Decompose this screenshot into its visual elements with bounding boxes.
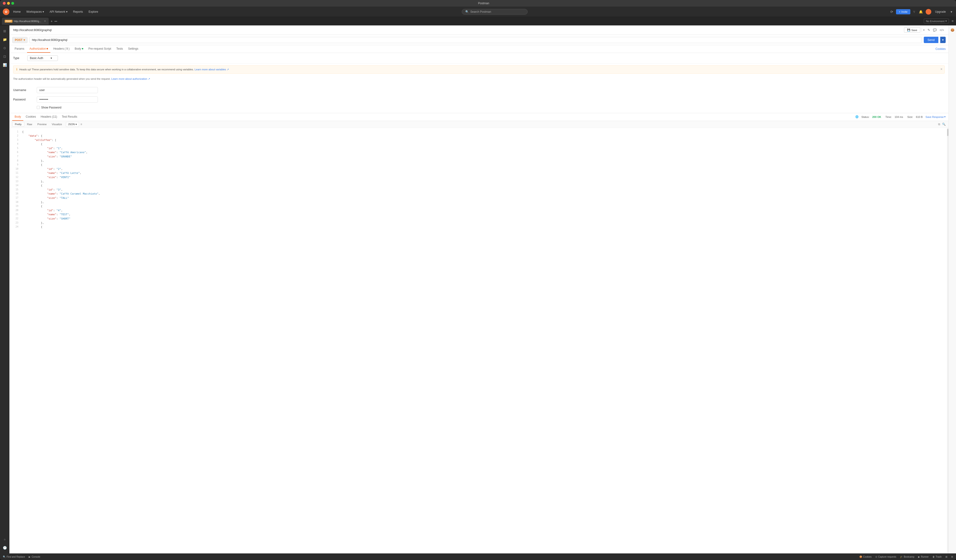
url-bar: POST ▾ Send ▾ <box>9 35 948 45</box>
code-line: 21 "name": "TEST", <box>9 212 948 217</box>
response-status-bar: 🌐 Status: 200 OK Time: 104 ms Size: 610 … <box>855 115 946 118</box>
sidebar-history-icon[interactable]: 🕐 <box>1 544 8 552</box>
bootcamp-icon: 🎓 <box>900 555 903 558</box>
tab-body[interactable]: Body <box>72 45 85 53</box>
settings-icon: ⚙ <box>951 555 953 558</box>
nav-home[interactable]: Home <box>11 9 23 14</box>
tab-authorization[interactable]: Authorization <box>27 45 50 53</box>
save-response-button[interactable]: Save Response ▾ <box>925 115 946 118</box>
sidebar-new-tab-icon[interactable]: ⊞ <box>1 27 8 35</box>
response-size: 610 B <box>916 116 923 118</box>
tab-tests[interactable]: Tests <box>114 45 126 53</box>
tabs-bar: POST http://localhost:8080/g... ✕ + ••• … <box>0 17 956 25</box>
fmt-tab-preview[interactable]: Preview <box>35 122 49 126</box>
body-dot <box>82 48 83 49</box>
tab-settings[interactable]: Settings <box>126 45 141 53</box>
active-dot <box>47 48 48 49</box>
bottom-capture[interactable]: ⊙ Capture requests <box>875 555 896 558</box>
scrollbar-thumb[interactable] <box>947 129 948 136</box>
nav-workspaces[interactable]: Workspaces ▾ <box>24 9 46 14</box>
sidebar-cookie-icon[interactable]: 🍪 <box>950 27 955 33</box>
learn-auth-link[interactable]: Learn more about authorization ↗ <box>111 77 150 80</box>
bottom-right-items: 🍪 Cookies ⊙ Capture requests 🎓 Bootcamp … <box>859 555 953 558</box>
info-close-button[interactable]: ✕ <box>940 68 943 71</box>
auth-type-select[interactable]: Basic Auth ▾ <box>27 55 58 61</box>
wrap-icon[interactable]: ≡ <box>80 123 82 126</box>
tab-params[interactable]: Params <box>12 45 27 53</box>
chevron-down-icon[interactable]: ▾ <box>921 28 925 32</box>
request-title-bar: http://localhost:8080/graphql 💾 Cookies … <box>9 25 948 35</box>
tab-headers[interactable]: Headers (9) <box>51 45 72 53</box>
avatar[interactable] <box>926 9 931 14</box>
tab-close-icon[interactable]: ✕ <box>44 20 46 22</box>
upgrade-button[interactable]: Upgrade <box>933 9 948 14</box>
environment-eye-icon[interactable]: 👁 <box>951 19 954 23</box>
json-format-selector[interactable]: JSON ▾ <box>66 122 79 127</box>
username-input[interactable] <box>37 87 98 93</box>
sidebar-monitors-icon[interactable]: 📊 <box>1 61 8 69</box>
save-button[interactable]: 💾 Cookies Save <box>904 27 920 33</box>
nav-reports[interactable]: Reports <box>71 9 85 14</box>
maximize-button[interactable] <box>11 2 14 5</box>
resp-tab-test-results[interactable]: Test Results <box>60 113 80 121</box>
url-input[interactable] <box>30 37 922 43</box>
nav-api-network[interactable]: API Network ▾ <box>48 9 69 14</box>
copy-icon[interactable]: ⧉ <box>938 123 940 126</box>
resp-tab-cookies[interactable]: Cookies <box>23 113 38 121</box>
title-actions: 💾 Cookies Save ▾ ✎ 💬 </> <box>904 27 945 33</box>
fork-icon[interactable]: ⑂ <box>912 9 916 14</box>
capture-icon: ⊙ <box>875 555 877 558</box>
bottom-cookies[interactable]: 🍪 Cookies <box>859 555 871 558</box>
response-body-code[interactable]: 1 { 2 "data": { 3 "allCoffee": [ 4 <box>9 128 948 554</box>
resp-tab-body[interactable]: Body <box>12 113 23 121</box>
fmt-tab-pretty[interactable]: Pretty <box>12 122 24 127</box>
new-tab-button[interactable]: + <box>49 19 54 23</box>
code-line: 17 "size": "TALL" <box>9 196 948 200</box>
learn-variables-link[interactable]: Learn more about variables ↗ <box>195 68 229 71</box>
cookies-link[interactable]: Cookies <box>936 47 946 50</box>
code-line: 16 "name": "Caffè Caramel Macchiato", <box>9 192 948 196</box>
code-line: 20 "id": "4", <box>9 208 948 213</box>
bottom-runner[interactable]: ▶ Runner <box>918 555 929 558</box>
edit-icon[interactable]: ✎ <box>927 28 931 33</box>
bottom-find-replace[interactable]: 🔍 Find and Replace <box>3 555 25 558</box>
chevron-down-icon: ▾ <box>24 38 25 42</box>
bottom-console[interactable]: ▶ Console <box>29 555 40 558</box>
nav-explore[interactable]: Explore <box>87 9 100 14</box>
chevron-down-icon: ▾ <box>50 57 52 60</box>
more-tabs-icon[interactable]: ••• <box>55 20 57 23</box>
method-selector[interactable]: POST ▾ <box>12 37 28 43</box>
code-icon[interactable]: </> <box>939 28 945 33</box>
tab-pre-request[interactable]: Pre-request Script <box>86 45 113 53</box>
bottom-bootcamp[interactable]: 🎓 Bootcamp <box>900 555 914 558</box>
bottom-trash[interactable]: 🗑 Trash <box>932 555 942 558</box>
fmt-tab-raw[interactable]: Raw <box>25 122 35 126</box>
sidebar-mock-servers-icon[interactable]: ⊡ <box>1 53 8 60</box>
invite-button[interactable]: + Invite <box>896 9 910 14</box>
search-icon[interactable]: 🔍 <box>942 123 946 126</box>
app-window: Postman ✿ Home Workspaces ▾ API Network … <box>0 0 956 560</box>
expand-icon: ⊞ <box>945 555 947 558</box>
fmt-tab-visualize[interactable]: Visualize <box>49 122 64 126</box>
resp-tab-headers[interactable]: Headers (11) <box>38 113 60 121</box>
minimize-button[interactable] <box>7 2 10 5</box>
search-box[interactable]: 🔍 Search Postman <box>462 9 528 14</box>
bell-icon[interactable]: 🔔 <box>918 9 924 14</box>
bottom-expand[interactable]: ⊞ <box>945 555 947 558</box>
app-logo[interactable]: ✿ <box>3 8 9 15</box>
send-dropdown-button[interactable]: ▾ <box>940 37 946 43</box>
chevron-down-icon[interactable]: ▾ <box>950 9 953 14</box>
send-button[interactable]: Send <box>924 37 938 43</box>
password-input[interactable] <box>37 96 98 102</box>
close-button[interactable] <box>3 2 6 5</box>
bottom-settings[interactable]: ⚙ <box>951 555 953 558</box>
show-password-checkbox[interactable] <box>37 106 40 109</box>
request-tab[interactable]: POST http://localhost:8080/g... ✕ <box>2 18 49 25</box>
sidebar-flows-icon[interactable]: ⟐ <box>1 536 8 543</box>
environment-selector[interactable]: No Environment ▾ <box>924 19 949 24</box>
sidebar-environments-icon[interactable]: ⊙ <box>1 44 8 52</box>
scrollbar-track[interactable] <box>947 128 948 554</box>
comment-icon[interactable]: 💬 <box>932 28 937 33</box>
sidebar-collections-icon[interactable]: 📁 <box>1 36 8 43</box>
sync-icon[interactable]: ⟳ <box>890 9 894 14</box>
